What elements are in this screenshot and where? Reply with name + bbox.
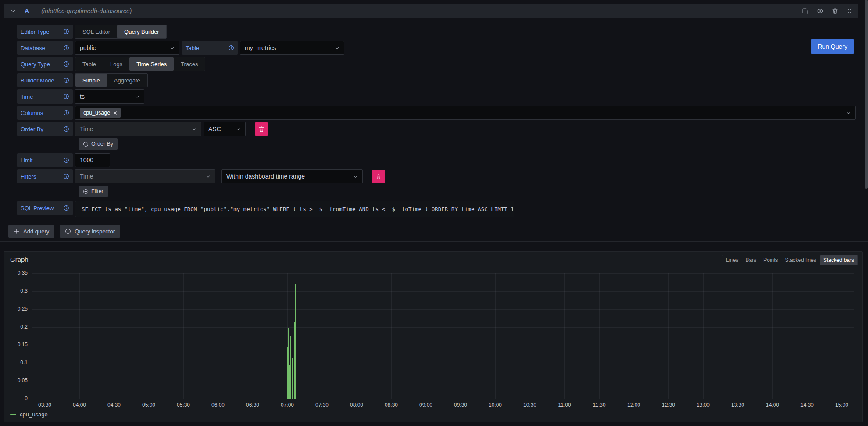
x-tick-label: 09:30 — [447, 402, 475, 408]
editor-type-switch: SQL EditorQuery Builder — [75, 25, 167, 39]
x-tick-label: 07:00 — [273, 402, 301, 408]
option-simple[interactable]: Simple — [75, 74, 107, 87]
legend-item-cpu-usage[interactable]: cpu_usage — [10, 411, 48, 418]
x-tick-label: 14:00 — [758, 402, 786, 408]
remove-order-by-button[interactable] — [255, 122, 268, 136]
chevron-down-icon — [236, 127, 241, 132]
order-by-field-select[interactable]: Time — [75, 122, 201, 136]
time-column-value: ts — [80, 93, 85, 100]
x-tick-label: 10:30 — [516, 402, 544, 408]
editor-type-label-text: Editor Type — [21, 29, 50, 35]
drag-handle-icon[interactable] — [847, 7, 853, 14]
option-table[interactable]: Table — [75, 57, 103, 71]
gridline — [183, 273, 184, 399]
gridline — [842, 273, 842, 399]
limit-row: Limit — [17, 153, 858, 167]
time-column-select[interactable]: ts — [75, 89, 144, 104]
columns-multiselect[interactable]: cpu_usage — [75, 106, 856, 120]
trash-icon — [375, 173, 382, 179]
delete-query-trash-icon[interactable] — [832, 7, 838, 14]
option-time-series[interactable]: Time Series — [129, 57, 174, 71]
option-traces[interactable]: Traces — [174, 57, 205, 71]
duplicate-query-icon[interactable] — [802, 7, 808, 14]
query-editor-body: Run Query Editor Type SQL EditorQuery Bu… — [4, 18, 858, 231]
info-icon[interactable] — [63, 77, 69, 83]
info-icon[interactable] — [228, 45, 234, 51]
query-inspector-button[interactable]: Query inspector — [60, 225, 120, 238]
info-icon[interactable] — [63, 29, 69, 35]
filters-row: Filters Time Within dashboard time range — [17, 169, 858, 183]
editor-type-label: Editor Type — [17, 25, 73, 39]
order-by-label: Order By — [17, 122, 73, 136]
x-tick-label: 08:00 — [343, 402, 371, 408]
info-icon[interactable] — [63, 93, 69, 100]
remove-column-icon[interactable] — [113, 111, 117, 115]
x-tick-label: 11:30 — [585, 402, 613, 408]
filter-field-select[interactable]: Time — [75, 169, 215, 183]
limit-input[interactable] — [80, 157, 105, 164]
order-by-direction-select[interactable]: ASC — [204, 122, 246, 136]
gridline — [564, 273, 565, 399]
info-icon[interactable] — [63, 110, 69, 116]
option-aggregate[interactable]: Aggregate — [107, 74, 147, 87]
gridline — [703, 273, 704, 399]
chart-plot-area[interactable]: 00.050.10.150.20.250.30.3503:3004:0004:3… — [32, 273, 854, 399]
columns-label: Columns — [17, 106, 73, 120]
gridline — [149, 273, 149, 399]
database-label-text: Database — [21, 45, 45, 51]
option-stacked-lines[interactable]: Stacked lines — [782, 255, 820, 265]
gridline — [426, 273, 426, 399]
gridline — [79, 273, 80, 399]
x-tick-label: 04:00 — [65, 402, 93, 408]
option-stacked-bars[interactable]: Stacked bars — [820, 255, 857, 265]
option-query-builder[interactable]: Query Builder — [117, 25, 166, 38]
gridline — [253, 273, 253, 399]
query-editor-footer: Add query Query inspector — [8, 225, 120, 238]
sql-preview-code: SELECT ts as "time", cpu_usage FROM "pub… — [75, 201, 514, 217]
add-query-button[interactable]: Add query — [8, 225, 54, 238]
query-type-label: Query Type — [17, 57, 73, 71]
info-icon[interactable] — [63, 157, 69, 163]
datasource-name: (info8fcc-greptimedb-datasource) — [41, 7, 132, 14]
info-icon[interactable] — [63, 45, 69, 51]
y-tick-label: 0.1 — [5, 359, 28, 365]
scrollbar-thumb[interactable] — [865, 0, 868, 189]
filter-field-value: Time — [80, 173, 93, 180]
hide-query-eye-icon[interactable] — [817, 7, 824, 14]
option-lines[interactable]: Lines — [722, 255, 742, 265]
info-icon[interactable] — [63, 61, 69, 67]
order-by-row: Order By Time ASC — [17, 122, 858, 136]
info-icon[interactable] — [63, 126, 69, 132]
option-logs[interactable]: Logs — [103, 57, 129, 71]
add-filter-button[interactable]: Filter — [79, 186, 108, 197]
gridline — [357, 273, 357, 399]
option-bars[interactable]: Bars — [742, 255, 760, 265]
query-type-label-text: Query Type — [21, 61, 50, 68]
x-tick-label: 05:00 — [135, 402, 163, 408]
table-value: my_metrics — [245, 44, 276, 51]
info-icon[interactable] — [63, 205, 69, 211]
database-select[interactable]: public — [75, 41, 179, 55]
chart-bar[interactable] — [295, 284, 296, 399]
x-tick-label: 07:30 — [308, 402, 336, 408]
filter-condition-select[interactable]: Within dashboard time range — [221, 169, 363, 183]
table-select[interactable]: my_metrics — [240, 41, 344, 55]
remove-filter-button[interactable] — [372, 170, 385, 183]
add-order-by-row: Order By — [17, 138, 858, 150]
series-color-marker — [10, 414, 16, 415]
gridline — [322, 273, 322, 399]
x-tick-label: 13:30 — [724, 402, 752, 408]
add-order-by-button[interactable]: Order By — [79, 138, 118, 150]
info-icon[interactable] — [63, 173, 69, 179]
column-tag-cpu-usage[interactable]: cpu_usage — [80, 108, 121, 118]
query-inspector-label: Query inspector — [75, 228, 115, 235]
option-sql-editor[interactable]: SQL Editor — [75, 25, 117, 38]
view-mode-tabs: LinesBarsPointsStacked linesStacked bars — [722, 255, 858, 265]
x-tick-label: 10:00 — [481, 402, 509, 408]
run-query-button[interactable]: Run Query — [811, 39, 854, 54]
time-label: Time — [17, 89, 73, 104]
filters-label-text: Filters — [21, 173, 36, 180]
chevron-down-icon — [846, 111, 851, 115]
option-points[interactable]: Points — [760, 255, 781, 265]
collapse-query-icon[interactable] — [11, 8, 16, 14]
